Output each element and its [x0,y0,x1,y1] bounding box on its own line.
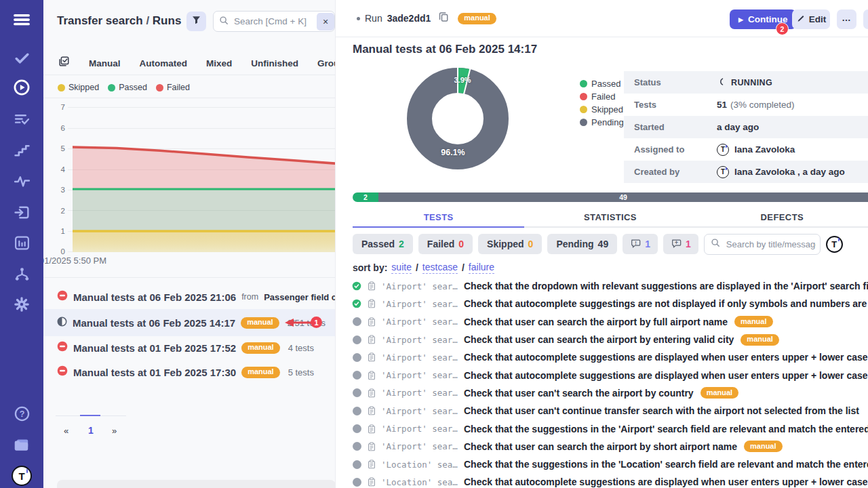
filter-skipped[interactable]: Skipped0 [478,234,542,254]
breadcrumb-project[interactable]: Transfer search [57,14,143,27]
test-suite[interactable]: 'Airport' sear… [381,441,459,451]
pending-dot-icon [352,352,361,362]
filter-added-comments[interactable]: + 1 [663,234,698,254]
pagination-prev[interactable]: « [64,426,68,436]
checkmark-icon[interactable] [13,49,31,66]
pagination-page-1[interactable]: 1 [88,425,94,436]
y-tick: 7 [50,103,65,111]
sort-by-suite[interactable]: suite [391,262,412,274]
passed-dot-icon [580,80,587,87]
play-circle-icon[interactable] [13,79,31,96]
tab-mixed[interactable]: Mixed [206,58,232,68]
test-title[interactable]: Check that the suggestions in the 'Locat… [464,459,868,470]
sort-by-testcase[interactable]: testcase [422,262,458,274]
run-list-item[interactable]: Manual tests at 06 Feb 2025 21:06 from P… [43,285,336,309]
tab-defects[interactable]: DEFECTS [696,207,868,228]
tab-statistics[interactable]: STATISTICS [524,207,696,228]
sign-in-icon[interactable] [13,203,31,221]
list-check-icon[interactable] [13,110,31,128]
bottom-band [57,480,336,488]
test-title[interactable]: Check that autocomplete suggestions are … [464,352,868,363]
pagination-next[interactable]: » [112,426,117,436]
run-info-table: Status RUNNING Tests 51(3% completed) St… [624,71,868,183]
test-row[interactable]: 'Airport' sear… Check that user can't se… [352,384,868,402]
filter-pending[interactable]: Pending49 [547,234,617,254]
test-suite[interactable]: 'Airport' sear… [381,281,459,291]
test-row[interactable]: 'Airport' sear… Check that user can sear… [352,438,868,455]
test-suite[interactable]: 'Location' sea… [381,477,459,487]
tab-tests[interactable]: TESTS [353,207,524,228]
filter-button[interactable] [186,12,206,31]
spinner-icon [717,77,726,88]
filter-comments[interactable]: ! 1 [623,234,658,254]
test-row[interactable]: 'Location' sea… Check that the suggestio… [352,455,868,473]
menu-icon[interactable] [13,11,31,28]
test-suite[interactable]: 'Airport' sear… [381,388,459,398]
filter-failed[interactable]: Failed0 [418,234,473,254]
run-list-item[interactable]: Manual tests at 01 Feb 2025 17:52 manual… [43,336,336,359]
test-title[interactable]: Check that the dropdown with relevant su… [464,281,868,291]
test-title[interactable]: Check that autocomplete suggestions are … [464,370,868,381]
select-all-icon[interactable] [58,56,70,70]
app-logo[interactable]: T [12,466,32,486]
copy-icon[interactable] [438,12,449,25]
donut-passed-label: 3.9% [442,76,483,84]
test-row[interactable]: 'Airport' sear… Check that the suggestio… [352,420,868,437]
test-row[interactable]: 'Airport' sear… Check that autocomplete … [352,366,868,384]
bar-chart-icon[interactable] [13,234,31,251]
test-suite[interactable]: 'Airport' sear… [381,299,459,309]
tab-automated[interactable]: Automated [140,58,188,68]
test-suite[interactable]: 'Airport' sear… [381,370,459,380]
test-title[interactable]: Check that autocomplete suggestions are … [464,476,868,487]
app-screen: ? T Transfer search / Runs × Manual Auto… [0,0,868,488]
branch-icon[interactable] [13,265,31,283]
test-title[interactable]: Check that autocomplete suggestings are … [464,298,868,309]
test-row[interactable]: 'Airport' sear… Check that autocomplete … [352,348,868,366]
runs-search-input[interactable] [233,16,317,27]
divider [43,277,336,278]
test-title[interactable]: Check that user can search the airport b… [464,317,728,327]
filter-passed[interactable]: Passed2 [353,234,413,254]
gear-icon[interactable] [13,296,31,313]
test-row[interactable]: 'Airport' sear… Check that autocomplete … [352,295,868,312]
test-row[interactable]: 'Airport' sear… Check that user can sear… [352,331,868,348]
edit-button[interactable]: Edit [792,9,830,29]
test-suite[interactable]: 'Airport' sear… [381,352,459,363]
pending-dot-icon [580,119,587,126]
test-row[interactable]: 'Location' sea… Check that autocomplete … [352,473,868,488]
info-row-started: Started a day ago [624,116,868,138]
run-list-item-selected[interactable]: Manual tests at 06 Feb 2025 14:17 manual… [43,309,336,336]
test-search[interactable] [704,234,821,255]
test-row[interactable]: 'Airport' sear… Check that user can sear… [352,313,868,331]
test-suite[interactable]: 'Airport' sear… [381,424,459,434]
source-run-link[interactable]: Passenger field check [264,292,336,302]
test-suite[interactable]: 'Airport' sear… [381,335,459,345]
test-suite[interactable]: 'Airport' sear… [381,317,459,327]
test-title[interactable]: Check that the suggestions in the 'Airpo… [464,424,868,434]
folder-icon[interactable] [13,436,31,453]
partial-button[interactable] [863,9,868,29]
manual-badge: manual [241,317,279,329]
user-avatar[interactable]: T [826,236,843,253]
steps-icon[interactable] [13,142,31,159]
run-list-item[interactable]: Manual tests at 01 Feb 2025 17:30 manual… [43,361,336,384]
tab-groups[interactable]: Groups [317,58,336,68]
test-title[interactable]: Check that user can search the airport b… [464,441,737,452]
test-title[interactable]: Check that user can't search the airport… [464,388,694,399]
activity-pulse-icon[interactable] [13,172,31,190]
test-row[interactable]: 'Airport' sear… Check that user can't co… [352,402,868,420]
test-suite[interactable]: 'Location' sea… [381,460,459,470]
test-title[interactable]: Check that user can search the airport b… [464,334,734,345]
test-suite[interactable]: 'Airport' sear… [381,406,459,416]
test-search-input[interactable] [725,239,817,250]
tab-manual[interactable]: Manual [89,58,121,68]
more-button[interactable]: … [837,9,856,29]
test-title[interactable]: Check that user can't continue transfer … [464,405,859,416]
search-clear-button[interactable]: × [317,13,334,30]
help-icon[interactable]: ? [13,405,31,422]
failed-run-icon [57,290,68,304]
y-tick: 5 [50,144,65,152]
test-row[interactable]: 'Airport' sear… Check that the dropdown … [352,277,868,295]
sort-by-failure[interactable]: failure [469,262,494,274]
tab-unfinished[interactable]: Unfinished [251,58,298,68]
